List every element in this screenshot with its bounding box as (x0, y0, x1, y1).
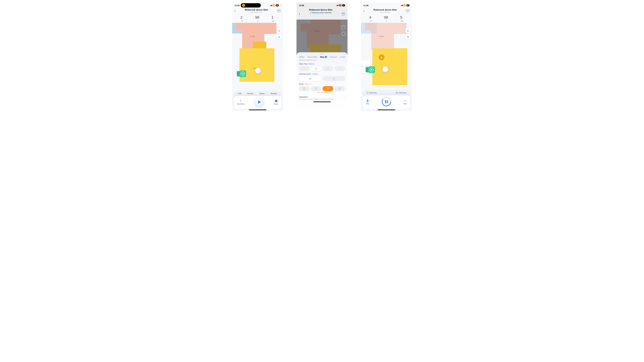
app-header: ‹ Roborock Qrevo Slim 1 cleaning areas s… (296, 7, 348, 19)
map-edit-button[interactable]: ◫ (406, 28, 410, 33)
drop-icon (303, 67, 305, 70)
status-time: 11:02 (234, 4, 240, 6)
back-button[interactable]: ‹ (363, 9, 364, 13)
sheet-handle[interactable] (320, 54, 324, 54)
side-card-1[interactable] (361, 60, 370, 66)
floor-map[interactable]: Hall ◫ ⧉ rtPlan Vac & Mop Mop ✓ Vacuum C… (296, 19, 348, 111)
area-icon: ▭ (243, 17, 244, 18)
app-header: ‹ Roborock Qrevo Slim Returning to Dock … (232, 7, 283, 14)
water-medium-button[interactable] (311, 66, 322, 71)
dock-label: Dock (404, 103, 407, 105)
water-flow-label: Water Flow (299, 63, 308, 65)
water-low-button[interactable] (299, 66, 310, 71)
device-title: Roborock Qrevo Slim (300, 8, 342, 11)
route-icon (315, 87, 317, 90)
tab-smartplan-partial[interactable]: rtPlan (299, 56, 304, 58)
smartplan-button[interactable]: ✦ SmartPlan (237, 99, 244, 105)
smartplan-label: SmartPlan (237, 103, 244, 105)
water-custom-button[interactable]: ✎ (334, 66, 345, 71)
status-time: 10:58 (299, 4, 304, 6)
stat-area: 4▭m² (369, 15, 373, 22)
back-button[interactable]: ‹ (234, 9, 236, 13)
route-opt-1[interactable] (299, 86, 310, 91)
route-note: Time-consuming (299, 92, 345, 93)
tab-zones[interactable]: Zones (259, 92, 264, 94)
tab-vac-mop[interactable]: Vac & Mop (308, 56, 317, 58)
bottom-controls: Full Rooms Zones Routine ✦ SmartPlan ▮▮ … (232, 91, 283, 111)
more-button[interactable]: ••• (342, 12, 345, 15)
obstacle-marker[interactable] (378, 54, 384, 60)
tab-routine[interactable]: Routine (270, 92, 277, 94)
cellular-icon (336, 5, 338, 6)
more-button[interactable]: ••• (406, 9, 410, 12)
dynamic-island[interactable]: 🎤 (241, 3, 261, 7)
settings-sheet: rtPlan Vac & Mop Mop ✓ Vacuum Custom Mop… (296, 52, 348, 111)
camera-button[interactable]: ⧉ (277, 34, 282, 39)
route-icon (303, 87, 305, 90)
robot-marker[interactable] (382, 66, 388, 72)
device-status: Room Cleaning (364, 11, 406, 13)
mop-toggle[interactable]: 💧 Mop (366, 99, 369, 105)
pause-icon: ▮▮ (275, 99, 277, 103)
pause-icon (385, 100, 388, 103)
water-high-button[interactable] (322, 66, 333, 71)
route-opt-3-active[interactable] (322, 86, 333, 91)
route-label: Route (299, 83, 304, 85)
home-indicator[interactable] (378, 109, 395, 110)
count-2-button[interactable]: ×2 (322, 76, 345, 81)
skip-area-button[interactable]: ⊘ Skip Area (396, 92, 406, 94)
edit-drop-icon: ✎ (339, 67, 341, 70)
room-label-hall[interactable]: Hall (379, 35, 384, 37)
status-bar: 10:58 📶 85 (296, 3, 348, 7)
tab-full[interactable]: Full (238, 92, 241, 94)
dock-icon: ▭ (404, 99, 407, 102)
clock-icon: ◷ (402, 17, 404, 18)
mop-icon: 💧 (366, 99, 369, 102)
cellular-icon (401, 5, 403, 6)
map-edit-button[interactable]: ◫ (277, 28, 282, 33)
status-bar: 11:02 🎤 📶 84 (232, 3, 283, 7)
pause-label: Pause (274, 103, 278, 105)
route-section: Route Deep ? Time-consuming (299, 83, 345, 93)
area-actions: + Add Area ⊘ Skip Area (363, 90, 410, 96)
count-1-button[interactable]: ×1 (299, 76, 322, 81)
status-bar: 11:36 📶 87 (361, 3, 412, 7)
route-opt-2[interactable] (311, 86, 322, 91)
play-button[interactable] (255, 98, 263, 106)
cleaning-count-label: Cleaning count (299, 73, 310, 75)
mop-label: Mop (366, 103, 369, 105)
battery-small-icon: ▯ (260, 17, 260, 18)
tab-vacuum[interactable]: Vacuum (330, 56, 337, 58)
cleaning-count-value: 1 time(s) (312, 73, 318, 75)
more-button[interactable]: ••• (277, 9, 281, 12)
water-flow-section: Water Flow Medium ✎ (299, 63, 345, 71)
pause-ring-button[interactable] (382, 97, 391, 106)
dock-marker[interactable] (240, 70, 246, 77)
add-area-button[interactable]: + Add Area (366, 92, 377, 94)
route-opt-4[interactable] (334, 86, 345, 91)
dock-button[interactable]: ▭ Dock (404, 99, 407, 105)
robot-marker[interactable] (255, 68, 261, 74)
app-header: ‹ Roborock Qrevo Slim Room Cleaning ••• (361, 7, 412, 14)
room-label-hall[interactable]: Hall (250, 35, 255, 37)
mode-description: Mop only, effective once (299, 59, 345, 61)
device-title: Roborock Qrevo Slim (364, 8, 406, 11)
tab-mop[interactable]: Mop ✓ (320, 56, 327, 58)
pause-button[interactable]: ▮▮ Pause (274, 99, 278, 105)
dock-marker[interactable] (368, 66, 375, 73)
camera-button[interactable]: ⧉ (406, 34, 410, 39)
stat-time: 1◷min (272, 15, 275, 22)
home-indicator[interactable] (249, 109, 266, 110)
route-icon (327, 87, 329, 90)
skip-area-label: Skip Area (399, 92, 406, 94)
device-title: Roborock Qrevo Slim (236, 8, 277, 11)
plus-icon: + (366, 92, 369, 94)
cellular-icon (270, 5, 272, 6)
back-button[interactable]: ‹ (299, 12, 300, 16)
tab-custom-partial[interactable]: Custom (340, 56, 345, 58)
sequence-row[interactable]: Sequence Determines cleaning sequence to… (299, 95, 345, 101)
tab-rooms[interactable]: Rooms (247, 92, 253, 94)
info-icon[interactable]: ? (310, 83, 311, 85)
home-indicator[interactable] (313, 101, 331, 102)
drop-icon (327, 67, 329, 70)
